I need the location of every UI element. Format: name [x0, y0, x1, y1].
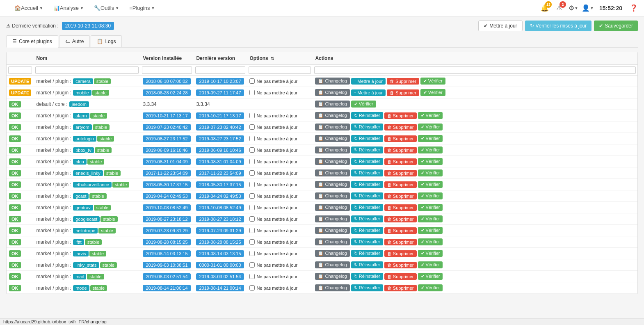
tab-logs[interactable]: 📋 Logs — [91, 35, 122, 47]
supprimer-button[interactable]: 🗑 Supprimer — [384, 227, 417, 234]
changelog-button[interactable]: 📋 Changelog — [315, 204, 349, 211]
filter-actions-input[interactable] — [314, 66, 636, 74]
supprimer-button[interactable]: 🗑 Supprimer — [384, 170, 417, 176]
changelog-button[interactable]: 📋 Changelog — [315, 250, 349, 257]
verifier-button[interactable]: ✔ Vérifier — [418, 112, 443, 119]
help-btn[interactable]: ❓ — [628, 4, 640, 12]
reinstaller-button[interactable]: ↻ Réinstaller — [351, 158, 383, 165]
changelog-button[interactable]: 📋 Changelog — [315, 169, 349, 176]
nav-accueil[interactable]: 🏠 Accueil ▼ — [10, 0, 47, 16]
verifier-button[interactable]: ✔ Vérifier — [418, 261, 443, 268]
sauvegarder-button[interactable]: ✔ Sauvegarder — [594, 21, 638, 31]
supprimer-button[interactable]: 🗑 Supprimer — [384, 273, 417, 280]
no-update-checkbox[interactable] — [249, 124, 255, 130]
no-update-checkbox[interactable] — [249, 285, 255, 291]
changelog-button[interactable]: 📋 Changelog — [315, 89, 349, 96]
reinstaller-button[interactable]: ↻ Réinstaller — [351, 169, 383, 176]
supprimer-button[interactable]: 🗑 Supprimer — [384, 181, 417, 188]
no-update-checkbox[interactable] — [249, 182, 255, 187]
nav-analyse[interactable]: 📊 Analyse ▼ — [49, 0, 88, 16]
tab-autre[interactable]: 🏷 Autre — [59, 35, 90, 47]
reinstaller-button[interactable]: ↻ Réinstaller — [351, 227, 383, 234]
supprimer-button[interactable]: 🗑 Supprimer — [384, 239, 417, 245]
supprimer-button[interactable]: 🗑 Supprimer — [384, 204, 417, 211]
changelog-button[interactable]: 📋 Changelog — [315, 227, 349, 234]
supprimer-button[interactable]: 🗑 Supprimer — [384, 124, 417, 130]
th-latest[interactable]: Dernière version — [194, 52, 247, 65]
filter-options-input[interactable] — [249, 66, 311, 74]
changelog-button[interactable]: 📋 Changelog — [315, 215, 349, 222]
verifier-button[interactable]: ✔ Vérifier — [418, 227, 443, 234]
supprimer-button[interactable]: 🗑 Supprimer — [384, 262, 417, 268]
changelog-button[interactable]: 📋 Changelog — [315, 238, 349, 245]
nav-plugins[interactable]: ≡ Plugins ▼ — [125, 0, 159, 16]
changelog-button[interactable]: 📋 Changelog — [315, 101, 349, 108]
verifier-button[interactable]: ✔ Vérifier — [420, 78, 445, 85]
red-badge-btn[interactable]: ⚠ 2 — [553, 2, 565, 14]
mettre-a-jour-row-button[interactable]: ↑ Mettre à jour — [351, 78, 386, 85]
changelog-button[interactable]: 📋 Changelog — [315, 146, 349, 153]
supprimer-button[interactable]: 🗑 Supprimer — [384, 285, 417, 291]
reinstaller-button[interactable]: ↻ Réinstaller — [351, 273, 383, 280]
supprimer-button[interactable]: 🗑 Supprimer — [384, 193, 417, 199]
verifier-button[interactable]: ✔ Vérifier — [418, 284, 443, 291]
verifier-button[interactable]: ✔ Vérifier — [418, 158, 443, 165]
supprimer-button[interactable]: 🗑 Supprimer — [384, 147, 417, 153]
verifier-button[interactable]: ✔ Vérifier — [418, 135, 443, 142]
verifier-button[interactable]: ✔ Vérifier — [418, 238, 443, 245]
tab-core[interactable]: ☰ Core et plugins — [6, 35, 58, 48]
verifier-button[interactable]: ✔ Vérifier — [418, 204, 443, 211]
reinstaller-button[interactable]: ↻ Réinstaller — [351, 181, 383, 188]
mettre-a-jour-button[interactable]: ✔ Mettre à jour — [478, 21, 522, 31]
nav-outils[interactable]: 🔧 Outils ▼ — [90, 0, 123, 16]
th-nom[interactable]: Nom — [34, 52, 140, 65]
changelog-button[interactable]: 📋 Changelog — [315, 112, 349, 119]
no-update-checkbox[interactable] — [249, 170, 255, 176]
no-update-checkbox[interactable] — [249, 274, 255, 279]
changelog-button[interactable]: 📋 Changelog — [315, 192, 349, 199]
orange-badge-btn[interactable]: 🔔 13 — [539, 2, 551, 14]
reinstaller-button[interactable]: ↻ Réinstaller — [351, 146, 383, 153]
reinstaller-button[interactable]: ↻ Réinstaller — [351, 204, 383, 211]
no-update-checkbox[interactable] — [249, 193, 255, 199]
verifier-button[interactable]: ✔ Vérifier — [420, 89, 445, 96]
settings-btn[interactable]: ⚙ ▼ — [567, 2, 580, 14]
no-update-checkbox[interactable] — [249, 159, 255, 164]
supprimer-button[interactable]: 🗑 Supprimer — [384, 250, 417, 257]
verifier-button[interactable]: ✔ Vérifier — [418, 169, 443, 176]
filter-status-input[interactable] — [8, 66, 32, 74]
no-update-checkbox[interactable] — [249, 251, 255, 256]
no-update-checkbox[interactable] — [249, 78, 255, 84]
no-update-checkbox[interactable] — [249, 147, 255, 153]
changelog-button[interactable]: 📋 Changelog — [315, 284, 349, 291]
filter-latest-input[interactable] — [195, 66, 245, 74]
no-update-checkbox[interactable] — [249, 90, 255, 95]
changelog-button[interactable]: 📋 Changelog — [315, 78, 349, 85]
verifier-button[interactable]: ✔ Vérifier — [351, 101, 376, 108]
verifier-button[interactable]: ✔ Vérifier — [418, 192, 443, 199]
reinstaller-button[interactable]: ↻ Réinstaller — [351, 192, 383, 199]
no-update-checkbox[interactable] — [249, 205, 255, 210]
reinstaller-button[interactable]: ↻ Réinstaller — [351, 135, 383, 142]
verifier-mises-a-jour-button[interactable]: ↻ Vérifier les mises à jour — [525, 21, 592, 31]
changelog-button[interactable]: 📋 Changelog — [315, 273, 349, 280]
filter-name-input[interactable] — [35, 66, 139, 74]
th-options[interactable]: Options ⇅ — [247, 52, 313, 65]
supprimer-button[interactable]: 🗑 Supprimer — [387, 78, 419, 85]
changelog-button[interactable]: 📋 Changelog — [315, 135, 349, 142]
reinstaller-button[interactable]: ↻ Réinstaller — [351, 284, 383, 291]
verifier-button[interactable]: ✔ Vérifier — [418, 250, 443, 257]
supprimer-button[interactable]: 🗑 Supprimer — [384, 158, 417, 165]
no-update-checkbox[interactable] — [249, 228, 255, 233]
verifier-button[interactable]: ✔ Vérifier — [418, 181, 443, 188]
user-btn[interactable]: 👤 ▼ — [582, 2, 594, 14]
reinstaller-button[interactable]: ↻ Réinstaller — [351, 238, 383, 245]
reinstaller-button[interactable]: ↻ Réinstaller — [351, 215, 383, 222]
verifier-button[interactable]: ✔ Vérifier — [418, 146, 443, 153]
no-update-checkbox[interactable] — [249, 113, 255, 118]
verifier-button[interactable]: ✔ Vérifier — [418, 124, 443, 130]
reinstaller-button[interactable]: ↻ Réinstaller — [351, 112, 383, 119]
supprimer-button[interactable]: 🗑 Supprimer — [384, 216, 417, 222]
supprimer-button[interactable]: 🗑 Supprimer — [384, 135, 417, 142]
no-update-checkbox[interactable] — [249, 239, 255, 245]
